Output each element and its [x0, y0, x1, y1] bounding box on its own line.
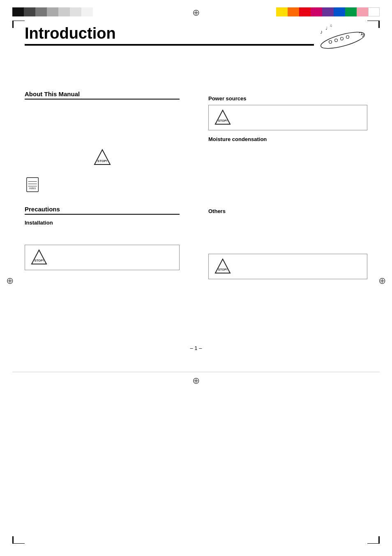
- two-col-layout: About This Manual STOP!: [25, 90, 367, 283]
- page: ⊕ Introduction: [0, 0, 392, 556]
- page-title: Introduction: [25, 25, 314, 46]
- stop-icon-power: STOP!: [214, 109, 231, 126]
- color-block-green: [345, 7, 357, 16]
- gray-block-6: [70, 7, 81, 16]
- top-bar: ⊕: [0, 0, 392, 21]
- color-blocks: [276, 7, 380, 16]
- corner-mark-bottom-right: [367, 536, 380, 544]
- notes-icon: notes: [25, 176, 42, 193]
- svg-text:STOP!: STOP!: [97, 159, 107, 163]
- gray-block-5: [58, 7, 70, 16]
- stop-icon-installation: STOP!: [31, 249, 47, 266]
- top-crosshair: ⊕: [192, 7, 200, 18]
- svg-point-1: [329, 41, 332, 44]
- bottom-crosshair: ⊕: [192, 375, 200, 386]
- intro-section: Introduction: [25, 25, 367, 53]
- svg-text:♫: ♫: [330, 23, 332, 28]
- color-block-yellow: [276, 7, 288, 16]
- page-number: – 1 –: [25, 345, 367, 355]
- about-manual-heading: About This Manual: [25, 90, 180, 100]
- color-block-white: [368, 7, 380, 16]
- color-block-magenta: [311, 7, 322, 16]
- stop-icon-others: STOP!: [214, 258, 231, 275]
- notes-icon-wrap: notes: [25, 176, 180, 193]
- left-column: About This Manual STOP!: [25, 90, 188, 283]
- corner-mark-bottom-left: [12, 536, 25, 544]
- svg-point-0: [319, 29, 366, 52]
- stop-box-others: STOP!: [208, 254, 367, 279]
- color-block-purple: [322, 7, 334, 16]
- stop-box-installation: STOP!: [25, 245, 180, 270]
- svg-text:STOP!: STOP!: [35, 259, 44, 262]
- svg-point-2: [335, 39, 338, 42]
- color-block-orange: [288, 7, 299, 16]
- svg-text:notes: notes: [29, 187, 36, 190]
- gray-block-4: [47, 7, 58, 16]
- right-column: Power sources STOP! Moisture condensatio…: [204, 90, 367, 283]
- main-content: Introduction: [0, 21, 392, 368]
- grayscale-blocks: [12, 7, 93, 16]
- stop-icon-left: STOP!: [25, 149, 180, 166]
- color-block-pink: [357, 7, 368, 16]
- svg-text:STOP!: STOP!: [218, 268, 228, 271]
- svg-point-3: [341, 37, 344, 40]
- svg-text:♩: ♩: [325, 26, 327, 30]
- svg-point-4: [346, 36, 349, 39]
- svg-text:♪: ♪: [320, 29, 323, 35]
- intro-icon: ♪ ♩ ♫: [314, 21, 367, 53]
- gray-block-2: [24, 7, 35, 16]
- svg-text:STOP!: STOP!: [218, 119, 228, 123]
- stop-box-power: STOP!: [208, 105, 367, 130]
- power-sources-heading: Power sources: [208, 95, 367, 102]
- installation-heading: Installation: [25, 220, 180, 226]
- right-crosshair: ⊕: [378, 276, 386, 286]
- left-crosshair: ⊕: [6, 276, 14, 286]
- bottom-bar: ⊕: [12, 372, 380, 386]
- moisture-heading: Moisture condensation: [208, 136, 367, 142]
- color-block-blue: [334, 7, 345, 16]
- precautions-heading: Precautions: [25, 206, 180, 215]
- color-block-red: [299, 7, 311, 16]
- gray-block-1: [12, 7, 24, 16]
- others-heading: Others: [208, 208, 367, 214]
- gray-block-7: [81, 7, 93, 16]
- gray-block-3: [35, 7, 47, 16]
